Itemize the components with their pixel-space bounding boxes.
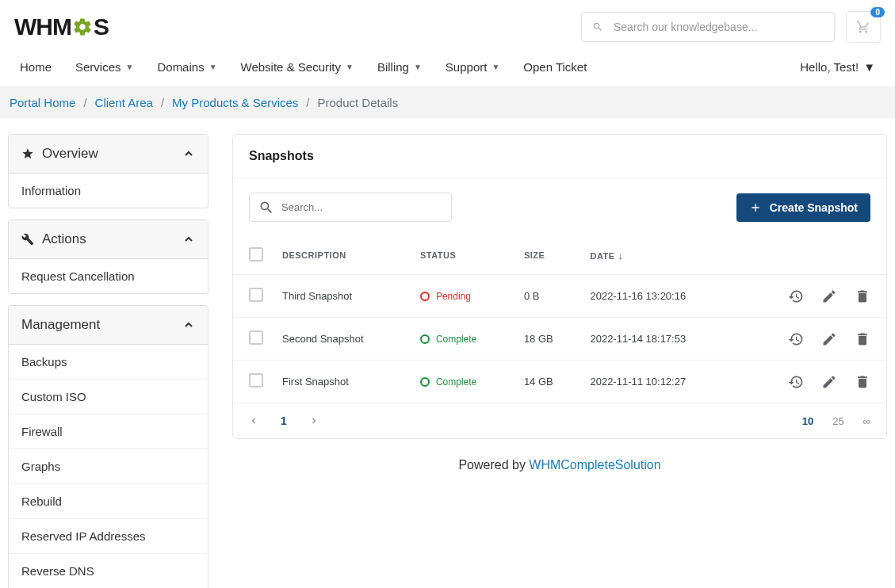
breadcrumb-link[interactable]: My Products & Services xyxy=(172,96,298,109)
restore-icon[interactable] xyxy=(788,374,804,390)
status-badge: Pending xyxy=(420,291,505,302)
column-size[interactable]: SIZE xyxy=(514,236,581,275)
sidebar-item-rebuild[interactable]: Rebuild xyxy=(9,484,208,519)
page-size-10[interactable]: 10 xyxy=(802,415,813,427)
column-status[interactable]: STATUS xyxy=(411,236,514,275)
nav-item-domains[interactable]: Domains▼ xyxy=(157,48,216,86)
nav-item-billing[interactable]: Billing▼ xyxy=(377,48,422,86)
breadcrumb-link[interactable]: Portal Home xyxy=(10,96,75,109)
chevron-up-icon xyxy=(182,233,195,246)
cell-description: First Snapshot xyxy=(273,361,411,403)
select-all-checkbox[interactable] xyxy=(249,247,263,262)
cell-description: Second Snapshot xyxy=(273,318,411,361)
next-page-button[interactable] xyxy=(309,416,319,426)
edit-icon[interactable] xyxy=(821,374,837,390)
create-snapshot-button[interactable]: Create Snapshot xyxy=(736,193,870,222)
search-icon xyxy=(592,21,603,32)
delete-icon[interactable] xyxy=(855,374,870,390)
prev-page-button[interactable] xyxy=(249,416,258,426)
status-dot-icon xyxy=(420,292,430,301)
cell-size: 18 GB xyxy=(514,318,581,361)
user-menu[interactable]: Hello, Test! ▼ xyxy=(800,60,875,74)
nav-item-support[interactable]: Support▼ xyxy=(446,48,499,86)
restore-icon[interactable] xyxy=(788,288,804,304)
sidebar-item-custom-iso[interactable]: Custom ISO xyxy=(9,380,208,414)
footer-link[interactable]: WHMCompleteSolution xyxy=(529,458,660,472)
table-row: First SnapshotComplete14 GB2022-11-11 10… xyxy=(233,361,886,403)
sidebar-management-title: Management xyxy=(21,317,100,333)
caret-down-icon: ▼ xyxy=(209,63,217,71)
user-greeting: Hello, Test! xyxy=(800,60,859,74)
footer-prefix: Powered by xyxy=(458,458,529,472)
nav-item-open-ticket[interactable]: Open Ticket xyxy=(523,48,587,86)
cart-button[interactable]: 0 xyxy=(846,11,881,43)
cell-size: 0 B xyxy=(514,275,581,318)
page-size-infinity[interactable]: ∞ xyxy=(863,415,870,427)
breadcrumb-current: Product Details xyxy=(317,96,398,109)
sidebar-item-information[interactable]: Information xyxy=(9,174,208,208)
caret-down-icon: ▼ xyxy=(346,63,354,71)
page-title: Snapshots xyxy=(233,135,886,178)
table-row: Third SnapshotPending0 B2022-11-16 13:20… xyxy=(233,275,886,318)
sidebar-item-graphs[interactable]: Graphs xyxy=(9,449,208,484)
logo-suffix: S xyxy=(94,13,109,40)
table-search-input[interactable] xyxy=(249,193,452,222)
wrench-icon xyxy=(21,233,34,246)
plus-icon xyxy=(749,201,762,214)
knowledgebase-search xyxy=(581,12,835,42)
caret-down-icon: ▼ xyxy=(863,60,875,74)
sidebar-item-request-cancellation[interactable]: Request Cancellation xyxy=(9,259,208,293)
knowledgebase-search-input[interactable] xyxy=(581,12,835,42)
chevron-up-icon xyxy=(182,319,195,331)
delete-icon[interactable] xyxy=(855,288,870,304)
logo-prefix: WHM xyxy=(14,13,71,40)
caret-down-icon: ▼ xyxy=(414,63,422,71)
breadcrumb: Portal Home / Client Area / My Products … xyxy=(0,87,895,118)
delete-icon[interactable] xyxy=(855,331,870,347)
caret-down-icon: ▼ xyxy=(491,63,499,71)
sidebar-actions-header[interactable]: Actions xyxy=(9,220,208,259)
column-description[interactable]: DESCRIPTION xyxy=(273,236,411,275)
edit-icon[interactable] xyxy=(821,288,837,304)
row-checkbox[interactable] xyxy=(249,288,263,302)
status-dot-icon xyxy=(420,334,430,344)
page-number[interactable]: 1 xyxy=(281,414,287,427)
sidebar-item-reverse-dns[interactable]: Reverse DNS xyxy=(9,554,208,588)
cell-date: 2022-11-11 10:12:27 xyxy=(580,361,738,403)
status-badge: Complete xyxy=(420,376,505,388)
breadcrumb-link[interactable]: Client Area xyxy=(95,96,153,109)
search-icon xyxy=(258,200,274,216)
sidebar-item-firewall[interactable]: Firewall xyxy=(9,414,208,449)
row-checkbox[interactable] xyxy=(249,373,263,388)
page-size-25[interactable]: 25 xyxy=(832,415,843,427)
cell-date: 2022-11-16 13:20:16 xyxy=(580,275,738,318)
sidebar-item-backups[interactable]: Backups xyxy=(9,345,208,380)
edit-icon[interactable] xyxy=(821,331,837,347)
sort-down-icon: ↓ xyxy=(618,250,624,262)
create-snapshot-label: Create Snapshot xyxy=(770,201,858,214)
sidebar-management-header[interactable]: Management xyxy=(9,306,208,345)
sidebar-item-reserved-ip-addresses[interactable]: Reserved IP Addresses xyxy=(9,519,208,554)
nav-item-services[interactable]: Services▼ xyxy=(75,48,133,86)
logo[interactable]: WHM S xyxy=(14,13,109,40)
cart-badge: 0 xyxy=(870,7,885,17)
chevron-up-icon xyxy=(182,147,195,160)
sidebar-overview-title: Overview xyxy=(42,146,98,162)
gear-icon xyxy=(72,17,93,37)
cell-date: 2022-11-14 18:17:53 xyxy=(580,318,738,361)
sidebar-actions-title: Actions xyxy=(42,231,86,247)
column-date[interactable]: DATE↓ xyxy=(580,236,738,275)
footer: Powered by WHMCompleteSolution xyxy=(232,439,887,496)
nav-item-website-security[interactable]: Website & Security▼ xyxy=(241,48,354,86)
table-row: Second SnapshotComplete18 GB2022-11-14 1… xyxy=(233,318,886,361)
nav-item-home[interactable]: Home xyxy=(20,48,52,86)
sidebar-overview-header[interactable]: Overview xyxy=(9,135,208,174)
row-checkbox[interactable] xyxy=(249,330,263,345)
table-search xyxy=(249,193,452,222)
status-badge: Complete xyxy=(420,334,505,345)
restore-icon[interactable] xyxy=(788,331,804,347)
cell-size: 14 GB xyxy=(514,361,581,403)
caret-down-icon: ▼ xyxy=(126,63,134,71)
status-dot-icon xyxy=(420,377,430,387)
star-icon xyxy=(21,147,34,160)
